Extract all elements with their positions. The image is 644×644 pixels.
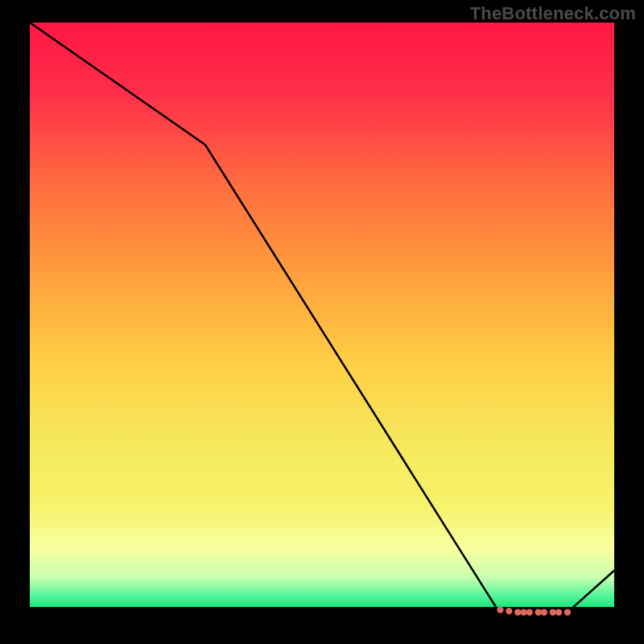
- optimal-marker: [526, 609, 533, 615]
- optimal-marker: [541, 609, 547, 615]
- optimal-marker: [564, 609, 571, 615]
- optimal-marker: [506, 608, 512, 614]
- optimal-marker: [535, 609, 541, 615]
- chart-frame: TheBottleneck.com: [0, 0, 644, 644]
- watermark-text: TheBottleneck.com: [470, 3, 636, 24]
- curve-layer: [30, 23, 614, 618]
- optimal-marker-group: [497, 606, 571, 615]
- optimal-marker: [520, 609, 526, 615]
- optimal-marker: [497, 606, 503, 613]
- bottleneck-curve-path: [30, 23, 614, 613]
- plot-area: [30, 23, 614, 618]
- optimal-marker: [514, 609, 521, 615]
- optimal-marker: [550, 609, 556, 615]
- optimal-marker: [555, 609, 562, 615]
